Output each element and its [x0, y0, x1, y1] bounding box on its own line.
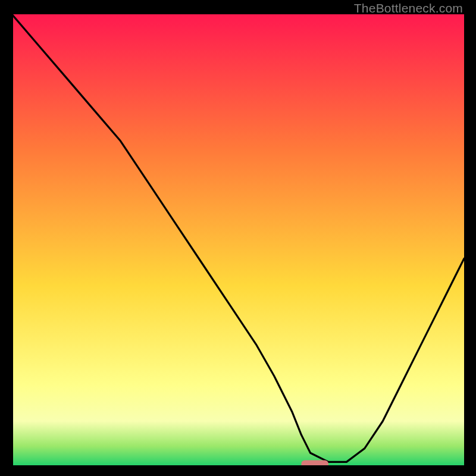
bottleneck-chart: [12, 14, 464, 466]
chart-frame: [12, 14, 464, 466]
watermark-text: TheBottleneck.com: [354, 1, 463, 15]
chart-background-gradient: [12, 14, 464, 466]
